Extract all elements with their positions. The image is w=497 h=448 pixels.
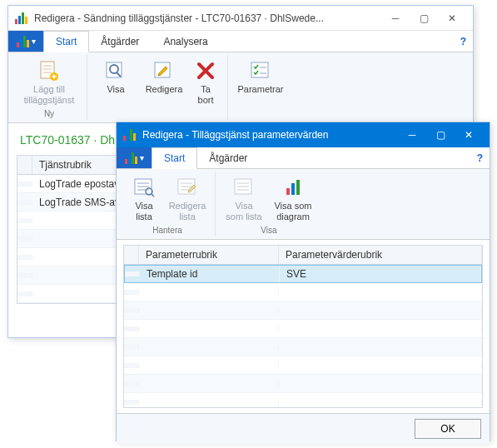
table-row <box>17 266 124 285</box>
table-row <box>124 320 482 338</box>
edit-list-button[interactable]: Redigera lista <box>165 173 210 224</box>
services-header: Tjänstrubrik <box>32 156 124 174</box>
app-menu-button[interactable]: ▾ <box>117 147 152 168</box>
table-row <box>124 375 482 393</box>
ribbon-group-manage-label: Hantera <box>152 226 182 235</box>
back-menubar: ▾ Start Åtgärder Analysera ? <box>8 31 473 52</box>
table-row <box>124 393 482 408</box>
app-menu-button[interactable]: ▾ <box>8 31 43 52</box>
param-header: Parameterrubrik <box>139 246 279 264</box>
back-window-title: Redigera - Sändning tilläggstjänster - L… <box>34 12 381 24</box>
table-row <box>124 338 482 356</box>
table-row <box>124 283 482 301</box>
row-selector[interactable] <box>17 200 32 205</box>
app-logo-icon <box>15 12 27 24</box>
checklist-icon <box>248 59 273 82</box>
delete-button[interactable]: Ta bort <box>189 57 222 107</box>
add-service-button[interactable]: Lägg till tilläggstjänst <box>17 57 82 107</box>
svg-rect-23 <box>286 188 290 195</box>
tab-start[interactable]: Start <box>43 31 89 52</box>
pencil-icon <box>152 59 176 82</box>
back-titlebar: Redigera - Sändning tilläggstjänster - L… <box>8 6 473 31</box>
row-selector[interactable] <box>125 271 140 276</box>
ok-button[interactable]: OK <box>415 419 481 439</box>
tab-start[interactable]: Start <box>152 147 197 169</box>
svg-rect-24 <box>291 183 295 195</box>
view-button[interactable]: Visa <box>92 57 139 107</box>
tab-actions[interactable]: Åtgärder <box>197 147 260 168</box>
help-icon[interactable]: ? <box>454 31 473 52</box>
show-as-chart-button[interactable]: Visa som diagram <box>269 173 317 224</box>
maximize-button[interactable]: ▢ <box>426 123 455 147</box>
row-selector-header <box>124 246 139 264</box>
front-ribbon: Visa lista Redigera lista Hantera <box>117 169 490 240</box>
front-content: Parameterrubrik Parametervärderubrik Tem… <box>117 240 490 413</box>
close-button[interactable]: ✕ <box>438 7 466 30</box>
svg-rect-25 <box>296 180 300 195</box>
maximize-button[interactable]: ▢ <box>410 7 438 30</box>
front-titlebar: Redigera - Tilläggstjänst parametervärde… <box>117 122 490 147</box>
parameters-grid[interactable]: Parameterrubrik Parametervärderubrik Tem… <box>123 245 483 408</box>
table-row <box>124 301 482 320</box>
row-selector[interactable] <box>17 182 32 187</box>
minimize-button[interactable]: ─ <box>381 7 410 30</box>
table-row[interactable]: LogTrade epostav <box>17 175 124 193</box>
app-logo-icon <box>123 129 136 141</box>
svg-rect-6 <box>251 62 268 77</box>
ribbon-group-new-label: Ny <box>44 109 54 118</box>
list-pencil-icon <box>175 176 200 199</box>
front-window: Redigera - Tilläggstjänst parametervärde… <box>116 122 490 441</box>
ribbon-group-show-label: Visa <box>261 226 276 235</box>
chart-icon <box>281 176 306 199</box>
delete-x-icon <box>193 59 218 82</box>
row-selector-header <box>17 156 32 174</box>
front-footer: OK <box>117 413 490 444</box>
value-header: Parametervärderubrik <box>279 246 482 264</box>
front-menubar: ▾ Start Åtgärder ? <box>117 147 490 169</box>
front-window-title: Redigera - Tilläggstjänst parametervärde… <box>142 129 398 141</box>
view-list-button[interactable]: Visa lista <box>125 173 163 224</box>
document-add-icon <box>37 59 62 82</box>
table-row <box>17 212 124 230</box>
services-grid[interactable]: Tjänstrubrik LogTrade epostav LogTrade S… <box>17 155 125 304</box>
help-icon[interactable]: ? <box>470 147 490 168</box>
list-icon <box>231 176 256 199</box>
table-row[interactable]: LogTrade SMS-av <box>17 193 124 212</box>
table-row <box>124 356 482 375</box>
edit-button[interactable]: Redigera <box>141 57 187 107</box>
table-row <box>17 285 124 303</box>
tab-actions[interactable]: Åtgärder <box>89 31 152 52</box>
show-as-list-button[interactable]: Visa som lista <box>221 173 267 224</box>
minimize-button[interactable]: ─ <box>398 123 426 147</box>
tab-analyze[interactable]: Analysera <box>152 31 220 52</box>
back-ribbon: Lägg till tilläggstjänst Ny Visa R <box>8 52 473 123</box>
table-row[interactable]: Template id SVE <box>124 265 482 283</box>
magnifier-icon <box>103 59 128 82</box>
close-button[interactable]: ✕ <box>455 123 483 147</box>
list-magnifier-icon <box>132 176 157 199</box>
table-row <box>17 248 124 266</box>
svg-line-14 <box>152 194 154 197</box>
parameters-button[interactable]: Parametrar <box>233 57 288 97</box>
table-row <box>17 230 124 248</box>
